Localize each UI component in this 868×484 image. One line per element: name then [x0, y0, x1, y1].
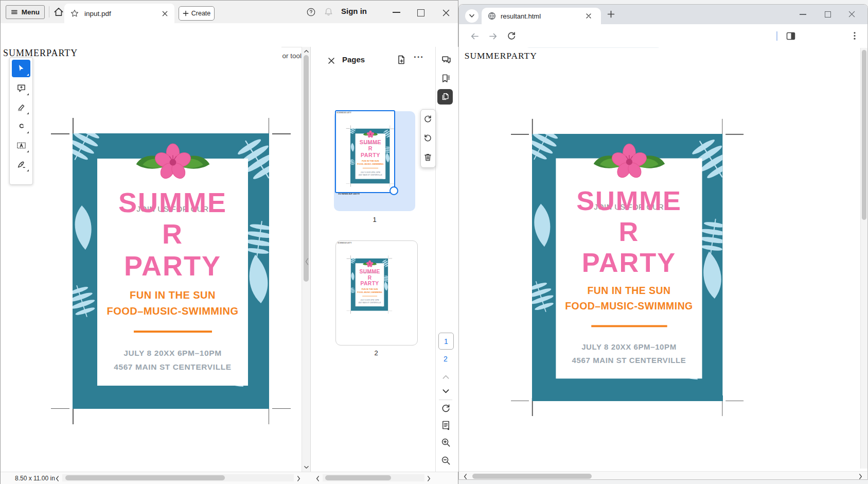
- page-display-icon[interactable]: [441, 420, 451, 430]
- crop-mark: [511, 400, 529, 401]
- forward-icon[interactable]: [489, 32, 498, 41]
- browser-vertical-scrollbar[interactable]: [860, 48, 868, 469]
- panel-hscroll-left-arrow[interactable]: [315, 476, 320, 481]
- flyer-date: JULY 8 20XX 6PM–10PM: [356, 299, 384, 301]
- hscroll-right-arrow[interactable]: [296, 476, 301, 481]
- rail-divider: [439, 400, 452, 400]
- close-window-button[interactable]: [848, 11, 855, 18]
- page2-jump-label[interactable]: 2: [442, 355, 449, 363]
- flyer-divider: [363, 168, 378, 168]
- panel-horizontal-scrollbar[interactable]: [323, 474, 424, 481]
- zoom-out-icon[interactable]: [441, 456, 451, 465]
- flyer-title-line2: R: [356, 145, 386, 152]
- tab-title: input.pdf: [84, 10, 111, 18]
- plus-icon: [183, 10, 189, 16]
- scroll-up-arrow[interactable]: [304, 49, 309, 54]
- draw-tool-button[interactable]: [12, 117, 30, 135]
- flyer-address: 4567 MAIN ST CENTERVILLE: [356, 302, 384, 303]
- rotate-counterclockwise-icon[interactable]: [423, 134, 432, 143]
- panel-more-options[interactable]: ···: [414, 52, 424, 62]
- hscroll-thumb[interactable]: [65, 475, 225, 480]
- flyer-title-line2: R: [556, 215, 702, 247]
- refresh-icon[interactable]: [441, 404, 451, 413]
- add-text-tool-button[interactable]: [12, 136, 30, 154]
- page2-thumbnail[interactable]: SUMMERPARTY: [337, 242, 391, 318]
- tab-close-icon[interactable]: [586, 13, 592, 19]
- previous-page-chevron[interactable]: [442, 373, 450, 381]
- browser-horizontal-scrollbar[interactable]: [459, 471, 867, 480]
- bell-icon: [324, 7, 333, 17]
- help-button[interactable]: [306, 7, 316, 17]
- kebab-menu-icon[interactable]: [851, 31, 859, 41]
- document-tab[interactable]: input.pdf: [64, 4, 174, 23]
- panel-hscroll-thumb[interactable]: [325, 475, 391, 480]
- bookmarks-panel-icon[interactable]: [441, 74, 451, 83]
- flyer-card: JOIN US FOR OUR SUMME R PARTY FUN IN THE…: [556, 158, 702, 378]
- next-page-chevron[interactable]: [442, 387, 450, 395]
- pages-panel-toggle-active[interactable]: [437, 89, 453, 105]
- flyer-title-line3: PARTY: [556, 247, 702, 277]
- flyer-title-line3: PARTY: [97, 250, 248, 281]
- fill-sign-tool-button[interactable]: [12, 155, 30, 173]
- close-window-button[interactable]: [442, 9, 450, 16]
- flyer-title-line1: SUMME: [556, 186, 702, 215]
- maximize-button[interactable]: [825, 11, 831, 18]
- back-icon[interactable]: [470, 32, 479, 41]
- home-button[interactable]: [53, 6, 64, 18]
- new-tab-icon[interactable]: [607, 10, 615, 18]
- notifications-button[interactable]: [324, 7, 333, 17]
- flyer-tagline2: FOOD–MUSIC-SWIMMING: [356, 291, 384, 293]
- flyer-card: JOIN US FOR OUR SUMME R PARTY FUN IN THE…: [356, 133, 386, 179]
- tab-close-icon[interactable]: [162, 10, 168, 17]
- panel-hscroll-right-arrow[interactable]: [427, 476, 431, 481]
- summer-party-flyer: JOIN US FOR OUR SUMME R PARTY FUN IN THE…: [350, 129, 389, 184]
- current-page-number: 1: [444, 337, 448, 345]
- create-button[interactable]: Create: [179, 6, 215, 21]
- highlight-tool-button[interactable]: [12, 98, 30, 116]
- flyer-tagline1: FUN IN THE SUN: [556, 285, 702, 297]
- crop-mark: [272, 133, 291, 134]
- page2-thumbnail-card[interactable]: SUMMERPARTY: [335, 240, 418, 345]
- flyer-tagline2: FOOD–MUSIC-SWIMMING: [356, 163, 386, 165]
- minimize-button[interactable]: [393, 12, 400, 13]
- flyer-background: JOIN US FOR OUR SUMME R PARTY FUN IN THE…: [532, 134, 723, 401]
- current-page-indicator[interactable]: 1: [438, 333, 454, 350]
- crop-mark: [511, 134, 529, 134]
- comment-tool-button[interactable]: [12, 79, 30, 97]
- zoom-in-icon[interactable]: [441, 438, 451, 447]
- page1-thumbnail[interactable]: SUMMERPARTY: [336, 111, 392, 192]
- flyer-title-line2: R: [356, 274, 384, 281]
- sign-in-link[interactable]: Sign in: [341, 7, 367, 15]
- hscroll-right-arrow[interactable]: [858, 474, 863, 479]
- select-tool-button[interactable]: [12, 60, 30, 77]
- document-horizontal-scrollbar[interactable]: [62, 474, 294, 481]
- help-icon: [306, 7, 316, 17]
- reload-icon[interactable]: [507, 31, 516, 41]
- rotate-clockwise-icon[interactable]: [423, 115, 432, 124]
- minimize-button[interactable]: [800, 14, 806, 15]
- browser-hscroll-thumb[interactable]: [472, 474, 592, 479]
- vertical-scroll-thumb[interactable]: [304, 55, 309, 282]
- fill-sign-pen-icon: [16, 160, 26, 169]
- page1-selection-box[interactable]: SUMMERPARTY: [335, 110, 395, 193]
- browser-tab[interactable]: resultant.html: [482, 8, 601, 24]
- panel-collapse-handle[interactable]: [305, 258, 309, 265]
- maximize-button[interactable]: [417, 9, 424, 16]
- browser-vscroll-thumb[interactable]: [862, 50, 866, 220]
- scroll-down-arrow[interactable]: [304, 465, 309, 470]
- flyer-tagline1: FUN IN THE SUN: [356, 288, 384, 290]
- delete-page-icon[interactable]: [423, 153, 432, 162]
- side-panel-icon[interactable]: [786, 31, 795, 41]
- insert-page-icon[interactable]: [396, 55, 406, 65]
- star-icon[interactable]: [70, 9, 79, 18]
- comments-panel-icon[interactable]: [441, 55, 452, 65]
- menu-button[interactable]: Menu: [6, 5, 45, 19]
- quick-tools-rail: [9, 57, 33, 185]
- selection-resize-handle[interactable]: [389, 186, 398, 195]
- hscroll-left-arrow[interactable]: [55, 476, 60, 481]
- close-panel-icon[interactable]: [328, 57, 335, 64]
- hscroll-left-arrow[interactable]: [463, 474, 468, 479]
- acrobat-toolbar: All tools Edit Convert E-Sign Find text …: [1, 23, 458, 47]
- tab-search-button[interactable]: [465, 9, 479, 23]
- flyer-date: JULY 8 20XX 6PM–10PM: [556, 342, 702, 351]
